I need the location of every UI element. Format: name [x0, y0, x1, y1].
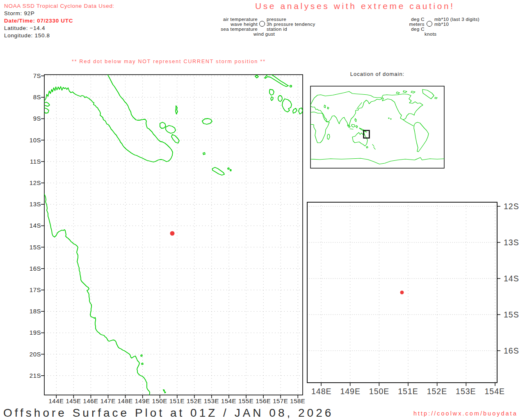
- tick-label: 149E: [340, 387, 361, 396]
- tick-label: 7S: [33, 72, 41, 80]
- legend-label: 3h pressure tendency: [267, 22, 315, 27]
- legend-label: mb*10 (last 3 digits): [434, 17, 479, 22]
- tick-label: 158E: [289, 397, 306, 405]
- units-legend: deg C mb*10 (last 3 digits) meters mb*10…: [375, 17, 479, 37]
- storm-dot-main-map: [170, 231, 175, 236]
- legend-label: deg C: [375, 17, 425, 22]
- tick-label: 10S: [30, 137, 41, 144]
- plot-title: Offshore Surface Plot at 01Z / JAN 08, 2…: [3, 406, 333, 420]
- tick-label: 21S: [30, 372, 41, 379]
- main-map-ticks: [41, 76, 298, 398]
- tick-label: 150E: [369, 387, 390, 396]
- tick-label: 14S: [30, 222, 41, 229]
- storm-position-warning: ** Red dot below may NOT represent CURRE…: [72, 59, 266, 64]
- station-model-legend: air temperature pressure wave height 3h …: [208, 17, 315, 37]
- tick-label: 150E: [151, 397, 168, 405]
- station-circle-icon: [259, 21, 265, 27]
- tick-label: 13S: [504, 237, 519, 247]
- zoom-map-ticks: [321, 206, 500, 386]
- tick-label: 16S: [504, 346, 519, 356]
- caution-banner: Use analyses with extreme caution!: [255, 1, 455, 11]
- tick-label: 20S: [30, 351, 41, 358]
- legend-label: sea temperature: [208, 27, 258, 32]
- zoom-map-y-axis-labels: 12S13S14S15S16S: [504, 201, 525, 356]
- tick-label: 17S: [30, 286, 41, 294]
- buoy-plot-screen: NOAA SSD Tropical Cyclone Data Used: Sto…: [0, 0, 525, 420]
- zoom-map-x-axis-labels: 148E149E150E151E152E153E154E: [311, 387, 505, 396]
- tick-label: 11S: [30, 158, 41, 165]
- legend-label: knots: [375, 32, 479, 37]
- tick-label: 147E: [99, 397, 116, 405]
- tick-label: 155E: [237, 397, 255, 405]
- tick-label: 12S: [504, 201, 519, 211]
- tick-label: 146E: [82, 397, 99, 405]
- tick-label: 151E: [398, 387, 418, 396]
- source-url-link[interactable]: http://coolwx.com/buoydata: [413, 410, 518, 417]
- tick-label: 157E: [272, 397, 289, 405]
- storm-info-block: NOAA SSD Tropical Cyclone Data Used: Sto…: [4, 2, 114, 39]
- info-storm-line: Storm: 92P: [4, 10, 114, 17]
- legend-label: meters: [375, 22, 425, 27]
- legend-label: mb*10: [434, 22, 479, 27]
- info-latitude-line: Latitude: −14.4: [4, 25, 114, 32]
- inset-map-title: Location of domain:: [310, 71, 444, 77]
- tick-label: 16S: [30, 265, 41, 272]
- info-source-line: NOAA SSD Tropical Cyclone Data Used:: [4, 2, 114, 10]
- tick-label: 19S: [30, 329, 41, 336]
- storm-dot-zoom-map: [400, 291, 404, 294]
- tick-label: 14S: [504, 274, 519, 283]
- legend-label: air temperature: [208, 17, 258, 22]
- tick-label: 145E: [65, 397, 82, 405]
- info-longitude-line: Longitude: 150.8: [4, 32, 114, 39]
- legend-label: wave height: [208, 22, 258, 27]
- tick-label: 12S: [30, 179, 41, 187]
- tick-label: 8S: [33, 94, 41, 101]
- tick-label: 15S: [30, 244, 41, 251]
- tick-label: 152E: [427, 387, 447, 396]
- tick-label: 13S: [30, 201, 41, 208]
- tick-label: 9S: [33, 115, 41, 122]
- world-inset-border: [310, 86, 444, 168]
- tick-label: 15S: [504, 310, 519, 320]
- tick-label: 148E: [116, 397, 134, 405]
- tick-label: 151E: [168, 397, 185, 405]
- legend-label: wind gust: [208, 32, 315, 37]
- tick-label: 144E: [48, 397, 65, 405]
- tick-label: 153E: [203, 397, 220, 405]
- legend-label: station id: [267, 27, 315, 32]
- tick-label: 18S: [30, 308, 41, 315]
- tick-label: 154E: [220, 397, 237, 405]
- tick-label: 154E: [484, 387, 505, 396]
- station-circle-icon: [427, 21, 432, 27]
- info-datetime-line: Date/Time: 07/2330 UTC: [4, 17, 114, 25]
- world-inset-coastline: [310, 89, 444, 164]
- main-map-x-axis-labels: 144E145E146E147E148E149E150E151E152E153E…: [48, 397, 306, 405]
- tick-label: 153E: [456, 387, 476, 396]
- tick-label: 149E: [134, 397, 151, 405]
- tick-label: 152E: [186, 397, 203, 405]
- tick-label: 156E: [255, 397, 272, 405]
- legend-label: deg C: [375, 27, 425, 32]
- tick-label: 148E: [311, 387, 332, 396]
- main-map-y-axis-labels: 7S8S9S10S11S12S13S14S15S16S17S18S19S20S2…: [12, 72, 41, 379]
- legend-label: pressure: [267, 17, 315, 22]
- legend-label: [434, 27, 479, 32]
